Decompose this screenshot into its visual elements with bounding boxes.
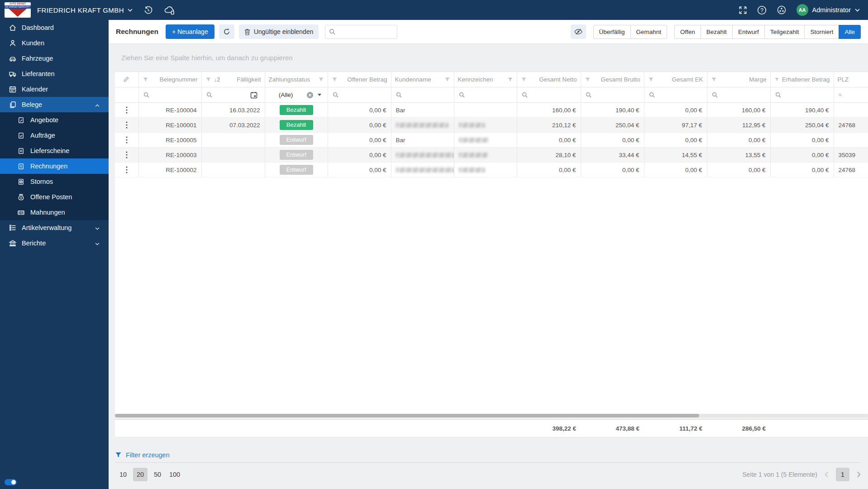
page-info: Seite 1 von 1 (5 Elemente): [742, 471, 817, 478]
column-header-faelligkeit[interactable]: ↓2 Fälligkeit: [201, 72, 265, 87]
filter-input-plz[interactable]: [845, 91, 863, 98]
sidebar-item-stornos[interactable]: Stornos: [0, 174, 109, 189]
row-menu-button[interactable]: [122, 105, 131, 115]
new-invoice-button[interactable]: + Neuanlage: [166, 24, 215, 39]
sidebar-item-offene-posten[interactable]: $ Offene Posten: [0, 189, 109, 205]
page-size-100[interactable]: 100: [167, 468, 182, 481]
cell-marge: 160,00 €: [707, 103, 770, 118]
column-header-plz[interactable]: PLZ: [834, 72, 868, 87]
column-header-kennzeichen[interactable]: Kennzeichen: [454, 72, 517, 87]
filter-input-offener-betrag[interactable]: [342, 91, 386, 98]
group-panel[interactable]: Ziehen Sie eine Spalte hierhin, um danac…: [109, 43, 868, 72]
filter-input-erhaltener-betrag[interactable]: [785, 91, 829, 98]
column-header-belegnummer[interactable]: Belegnummer: [138, 72, 201, 87]
apps-hub-icon: [777, 5, 787, 15]
column-header-erhaltener-betrag[interactable]: Erhaltener Betrag: [770, 72, 834, 87]
clear-filter-icon[interactable]: [306, 91, 314, 99]
table-row[interactable]: RE-100003 Entwurf 0,00 € 28,10 € 33,44 €…: [115, 148, 868, 163]
sidebar-item-artikelverwaltung[interactable]: Artikelverwaltung: [0, 220, 109, 235]
horizontal-scrollbar-track[interactable]: [115, 414, 868, 417]
filter-offen[interactable]: Offen: [674, 25, 701, 39]
filter-bezahlt[interactable]: Bezahlt: [701, 25, 733, 39]
cell-belegnummer: RE-100004: [138, 103, 201, 118]
row-menu-button[interactable]: [122, 120, 131, 130]
filter-entwurf[interactable]: Entwurf: [732, 25, 765, 39]
column-header-marge[interactable]: Marge: [707, 72, 770, 87]
sidebar-item-auftraege[interactable]: Aufträge: [0, 128, 109, 143]
filter-input-faelligkeit[interactable]: [216, 91, 247, 98]
banknote-icon: $: [17, 209, 25, 216]
sidebar-item-kunden[interactable]: Kunden: [0, 35, 109, 51]
sidebar-item-lieferscheine[interactable]: Lieferscheine: [0, 143, 109, 158]
search-input[interactable]: [339, 28, 388, 35]
filter-alle[interactable]: Alle: [839, 25, 861, 39]
help-button[interactable]: ?: [757, 5, 767, 15]
search-icon: [586, 92, 591, 98]
column-header-kundenname[interactable]: Kundenname: [391, 72, 454, 87]
filter-input-gesamt-netto[interactable]: [531, 91, 576, 98]
calendar-icon[interactable]: [250, 91, 258, 99]
filter-input-kundenname[interactable]: [405, 91, 449, 98]
page-1-button[interactable]: 1: [836, 468, 849, 481]
cell-gesamt-ek: 0,00 €: [644, 103, 707, 118]
company-logo[interactable]: AUTO DIENST DIE MARKEN WERKSTATT: [5, 2, 31, 18]
document-cancel-icon: [17, 178, 25, 186]
eye-off-button[interactable]: [571, 24, 586, 39]
create-filter-link[interactable]: Filter erzeugen: [126, 451, 170, 459]
sidebar-item-angebote[interactable]: Angebote: [0, 112, 109, 128]
table-row[interactable]: RE-100005 Entwurf 0,00 € Bar 0,00 € 0,00…: [115, 133, 868, 148]
column-header-gesamt-ek[interactable]: Gesamt EK: [644, 72, 707, 87]
dropdown-caret-icon[interactable]: [318, 94, 321, 96]
filter-storniert[interactable]: Storniert: [804, 25, 839, 39]
filter-input-kennzeichen[interactable]: [468, 91, 512, 98]
page-size-20[interactable]: 20: [133, 468, 148, 481]
filter-ueberfaellig[interactable]: Überfällig: [593, 25, 631, 39]
sidebar-item-belege[interactable]: Belege: [0, 97, 109, 112]
sidebar-item-dashboard[interactable]: Dashboard: [0, 20, 109, 35]
row-menu-button[interactable]: [122, 149, 131, 160]
sidebar-item-fahrzeuge[interactable]: Fahrzeuge: [0, 51, 109, 66]
previous-page-button[interactable]: [825, 471, 829, 478]
horizontal-scrollbar-thumb[interactable]: [115, 414, 699, 417]
cloud-sync-button[interactable]: [164, 5, 175, 15]
table-row[interactable]: RE-100002 Entwurf 0,00 € 0,00 € 0,00 € 0…: [115, 163, 868, 177]
user-menu[interactable]: AA Administrator: [796, 4, 860, 16]
filter-input-belegnummer[interactable]: [153, 91, 197, 98]
column-header-offener-betrag[interactable]: Offener Betrag: [328, 72, 391, 87]
filter-input-gesamt-brutto[interactable]: [595, 91, 639, 98]
sidebar-item-kalender[interactable]: Kalender: [0, 82, 109, 97]
page-size-10[interactable]: 10: [116, 468, 130, 481]
sidebar-item-mahnungen[interactable]: $ Mahnungen: [0, 205, 109, 220]
row-menu-button[interactable]: [122, 164, 131, 175]
cell-gesamt-netto: 0,00 €: [517, 133, 581, 148]
search-icon: [206, 92, 212, 98]
filter-gemahnt[interactable]: Gemahnt: [630, 25, 668, 39]
filter-input-gesamt-ek[interactable]: [658, 91, 702, 98]
column-header-zahlungsstatus[interactable]: Zahlungsstatus: [265, 72, 328, 87]
filter-funnel-icon: [507, 77, 513, 82]
company-selector[interactable]: FRIEDRICH KRAFT GMBH: [37, 6, 133, 14]
fullscreen-button[interactable]: [739, 6, 747, 14]
sidebar-item-rechnungen[interactable]: € Rechnungen: [0, 158, 109, 174]
apps-button[interactable]: [777, 5, 787, 15]
filter-input-marge[interactable]: [721, 91, 766, 98]
history-button[interactable]: [143, 5, 153, 15]
cell-erhaltener-betrag: 0,00 €: [770, 148, 834, 163]
show-invalid-button[interactable]: Ungültige einblenden: [239, 24, 319, 39]
refresh-button[interactable]: [219, 24, 234, 39]
row-menu-button[interactable]: [122, 134, 131, 145]
redacted-text: [459, 168, 485, 173]
status-filter-group-2: Offen Bezahlt Entwurf Teilgezahlt Storni…: [674, 25, 861, 39]
filter-teilgezahlt[interactable]: Teilgezahlt: [764, 25, 805, 39]
table-row[interactable]: RE-100001 07.03.2022 Bezahlt 0,00 € 210,…: [115, 118, 868, 133]
cell-kennzeichen: [454, 103, 517, 118]
sidebar-item-lieferanten[interactable]: Lieferanten: [0, 66, 109, 82]
page-size-50[interactable]: 50: [150, 468, 165, 481]
next-page-button[interactable]: [857, 471, 861, 478]
payment-status-filter[interactable]: (Alle): [269, 91, 324, 99]
column-header-gesamt-netto[interactable]: Gesamt Netto: [517, 72, 581, 87]
sidebar-collapse-toggle[interactable]: [5, 479, 17, 485]
table-row[interactable]: RE-100004 16.03.2022 Bezahlt 0,00 € Bar …: [115, 103, 868, 118]
column-header-gesamt-brutto[interactable]: Gesamt Brutto: [581, 72, 644, 87]
sidebar-item-berichte[interactable]: Berichte: [0, 235, 109, 251]
